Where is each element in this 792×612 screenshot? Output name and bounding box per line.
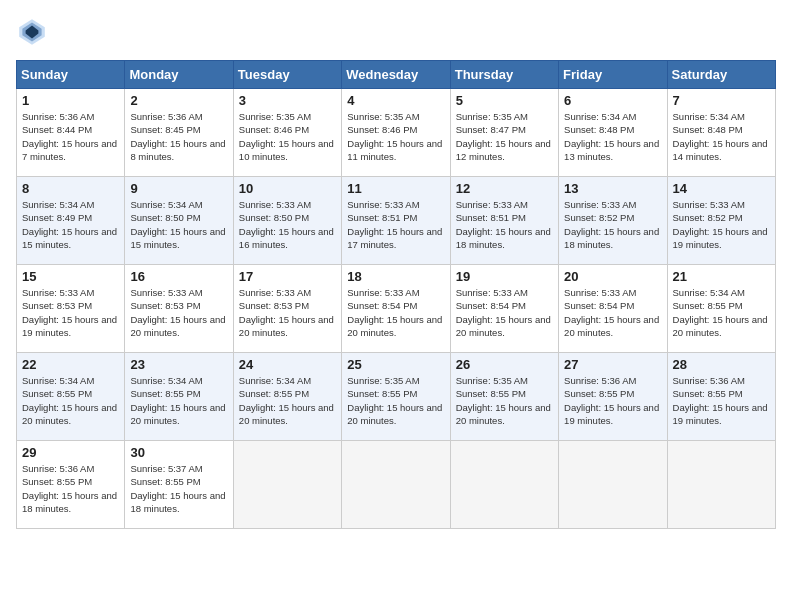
calendar-cell: 18 Sunrise: 5:33 AMSunset: 8:54 PMDaylig… (342, 265, 450, 353)
cell-info: Sunrise: 5:33 AMSunset: 8:53 PMDaylight:… (130, 287, 225, 338)
calendar-week-row: 15 Sunrise: 5:33 AMSunset: 8:53 PMDaylig… (17, 265, 776, 353)
day-number: 19 (456, 269, 553, 284)
cell-info: Sunrise: 5:34 AMSunset: 8:55 PMDaylight:… (22, 375, 117, 426)
day-number: 25 (347, 357, 444, 372)
calendar-cell: 22 Sunrise: 5:34 AMSunset: 8:55 PMDaylig… (17, 353, 125, 441)
cell-info: Sunrise: 5:34 AMSunset: 8:49 PMDaylight:… (22, 199, 117, 250)
calendar-cell: 29 Sunrise: 5:36 AMSunset: 8:55 PMDaylig… (17, 441, 125, 529)
day-number: 4 (347, 93, 444, 108)
calendar-header-row: Sunday Monday Tuesday Wednesday Thursday… (17, 61, 776, 89)
day-number: 16 (130, 269, 227, 284)
day-number: 17 (239, 269, 336, 284)
calendar-cell: 23 Sunrise: 5:34 AMSunset: 8:55 PMDaylig… (125, 353, 233, 441)
calendar-week-row: 1 Sunrise: 5:36 AMSunset: 8:44 PMDayligh… (17, 89, 776, 177)
cell-info: Sunrise: 5:33 AMSunset: 8:54 PMDaylight:… (564, 287, 659, 338)
day-number: 18 (347, 269, 444, 284)
day-number: 30 (130, 445, 227, 460)
calendar-cell (450, 441, 558, 529)
cell-info: Sunrise: 5:37 AMSunset: 8:55 PMDaylight:… (130, 463, 225, 514)
page-header (16, 16, 776, 48)
day-number: 1 (22, 93, 119, 108)
cell-info: Sunrise: 5:36 AMSunset: 8:55 PMDaylight:… (673, 375, 768, 426)
calendar-cell: 13 Sunrise: 5:33 AMSunset: 8:52 PMDaylig… (559, 177, 667, 265)
cell-info: Sunrise: 5:36 AMSunset: 8:55 PMDaylight:… (22, 463, 117, 514)
day-number: 11 (347, 181, 444, 196)
day-number: 28 (673, 357, 770, 372)
day-number: 15 (22, 269, 119, 284)
cell-info: Sunrise: 5:36 AMSunset: 8:44 PMDaylight:… (22, 111, 117, 162)
calendar-cell (559, 441, 667, 529)
cell-info: Sunrise: 5:35 AMSunset: 8:47 PMDaylight:… (456, 111, 551, 162)
cell-info: Sunrise: 5:33 AMSunset: 8:54 PMDaylight:… (456, 287, 551, 338)
cell-info: Sunrise: 5:34 AMSunset: 8:48 PMDaylight:… (564, 111, 659, 162)
calendar-cell (667, 441, 775, 529)
day-number: 8 (22, 181, 119, 196)
calendar-cell: 25 Sunrise: 5:35 AMSunset: 8:55 PMDaylig… (342, 353, 450, 441)
day-number: 5 (456, 93, 553, 108)
day-number: 6 (564, 93, 661, 108)
cell-info: Sunrise: 5:36 AMSunset: 8:45 PMDaylight:… (130, 111, 225, 162)
cell-info: Sunrise: 5:35 AMSunset: 8:55 PMDaylight:… (347, 375, 442, 426)
day-number: 3 (239, 93, 336, 108)
calendar-week-row: 29 Sunrise: 5:36 AMSunset: 8:55 PMDaylig… (17, 441, 776, 529)
cell-info: Sunrise: 5:33 AMSunset: 8:53 PMDaylight:… (22, 287, 117, 338)
calendar-cell (233, 441, 341, 529)
calendar-cell: 7 Sunrise: 5:34 AMSunset: 8:48 PMDayligh… (667, 89, 775, 177)
calendar-cell: 12 Sunrise: 5:33 AMSunset: 8:51 PMDaylig… (450, 177, 558, 265)
day-number: 2 (130, 93, 227, 108)
calendar-cell: 16 Sunrise: 5:33 AMSunset: 8:53 PMDaylig… (125, 265, 233, 353)
col-friday: Friday (559, 61, 667, 89)
cell-info: Sunrise: 5:33 AMSunset: 8:52 PMDaylight:… (673, 199, 768, 250)
calendar-cell: 1 Sunrise: 5:36 AMSunset: 8:44 PMDayligh… (17, 89, 125, 177)
day-number: 9 (130, 181, 227, 196)
calendar-cell: 6 Sunrise: 5:34 AMSunset: 8:48 PMDayligh… (559, 89, 667, 177)
col-thursday: Thursday (450, 61, 558, 89)
cell-info: Sunrise: 5:35 AMSunset: 8:46 PMDaylight:… (347, 111, 442, 162)
calendar-cell: 14 Sunrise: 5:33 AMSunset: 8:52 PMDaylig… (667, 177, 775, 265)
calendar-cell: 21 Sunrise: 5:34 AMSunset: 8:55 PMDaylig… (667, 265, 775, 353)
calendar-cell: 9 Sunrise: 5:34 AMSunset: 8:50 PMDayligh… (125, 177, 233, 265)
calendar-week-row: 22 Sunrise: 5:34 AMSunset: 8:55 PMDaylig… (17, 353, 776, 441)
calendar-cell: 15 Sunrise: 5:33 AMSunset: 8:53 PMDaylig… (17, 265, 125, 353)
cell-info: Sunrise: 5:34 AMSunset: 8:55 PMDaylight:… (673, 287, 768, 338)
day-number: 20 (564, 269, 661, 284)
calendar-cell: 5 Sunrise: 5:35 AMSunset: 8:47 PMDayligh… (450, 89, 558, 177)
calendar-cell: 19 Sunrise: 5:33 AMSunset: 8:54 PMDaylig… (450, 265, 558, 353)
day-number: 22 (22, 357, 119, 372)
cell-info: Sunrise: 5:33 AMSunset: 8:51 PMDaylight:… (347, 199, 442, 250)
calendar-cell (342, 441, 450, 529)
cell-info: Sunrise: 5:33 AMSunset: 8:53 PMDaylight:… (239, 287, 334, 338)
cell-info: Sunrise: 5:33 AMSunset: 8:54 PMDaylight:… (347, 287, 442, 338)
col-monday: Monday (125, 61, 233, 89)
logo (16, 16, 54, 48)
calendar-cell: 4 Sunrise: 5:35 AMSunset: 8:46 PMDayligh… (342, 89, 450, 177)
day-number: 26 (456, 357, 553, 372)
day-number: 12 (456, 181, 553, 196)
calendar-cell: 3 Sunrise: 5:35 AMSunset: 8:46 PMDayligh… (233, 89, 341, 177)
col-tuesday: Tuesday (233, 61, 341, 89)
day-number: 24 (239, 357, 336, 372)
calendar-cell: 17 Sunrise: 5:33 AMSunset: 8:53 PMDaylig… (233, 265, 341, 353)
calendar-cell: 30 Sunrise: 5:37 AMSunset: 8:55 PMDaylig… (125, 441, 233, 529)
calendar-cell: 8 Sunrise: 5:34 AMSunset: 8:49 PMDayligh… (17, 177, 125, 265)
day-number: 21 (673, 269, 770, 284)
day-number: 13 (564, 181, 661, 196)
cell-info: Sunrise: 5:35 AMSunset: 8:46 PMDaylight:… (239, 111, 334, 162)
cell-info: Sunrise: 5:34 AMSunset: 8:50 PMDaylight:… (130, 199, 225, 250)
calendar-week-row: 8 Sunrise: 5:34 AMSunset: 8:49 PMDayligh… (17, 177, 776, 265)
cell-info: Sunrise: 5:34 AMSunset: 8:48 PMDaylight:… (673, 111, 768, 162)
calendar-cell: 11 Sunrise: 5:33 AMSunset: 8:51 PMDaylig… (342, 177, 450, 265)
col-saturday: Saturday (667, 61, 775, 89)
calendar-cell: 27 Sunrise: 5:36 AMSunset: 8:55 PMDaylig… (559, 353, 667, 441)
col-wednesday: Wednesday (342, 61, 450, 89)
calendar-cell: 24 Sunrise: 5:34 AMSunset: 8:55 PMDaylig… (233, 353, 341, 441)
day-number: 10 (239, 181, 336, 196)
day-number: 27 (564, 357, 661, 372)
calendar-cell: 28 Sunrise: 5:36 AMSunset: 8:55 PMDaylig… (667, 353, 775, 441)
cell-info: Sunrise: 5:33 AMSunset: 8:52 PMDaylight:… (564, 199, 659, 250)
cell-info: Sunrise: 5:35 AMSunset: 8:55 PMDaylight:… (456, 375, 551, 426)
cell-info: Sunrise: 5:34 AMSunset: 8:55 PMDaylight:… (130, 375, 225, 426)
calendar-table: Sunday Monday Tuesday Wednesday Thursday… (16, 60, 776, 529)
day-number: 7 (673, 93, 770, 108)
cell-info: Sunrise: 5:33 AMSunset: 8:51 PMDaylight:… (456, 199, 551, 250)
